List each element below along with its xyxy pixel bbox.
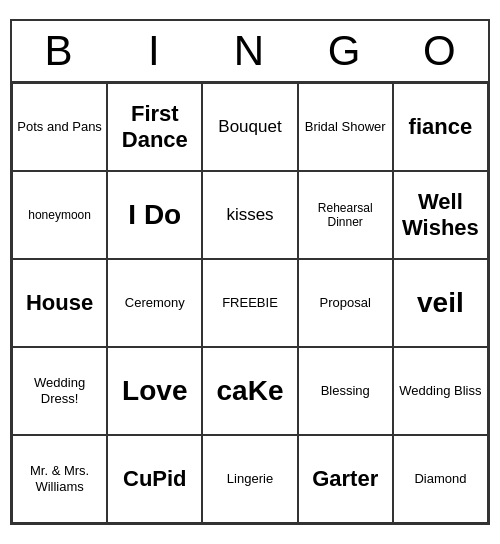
bingo-cell: Lingerie bbox=[202, 435, 297, 523]
bingo-cell: Mr. & Mrs. Williams bbox=[12, 435, 107, 523]
bingo-cell: Bouquet bbox=[202, 83, 297, 171]
bingo-cell: Well Wishes bbox=[393, 171, 488, 259]
bingo-cell: Pots and Pans bbox=[12, 83, 107, 171]
bingo-cell: I Do bbox=[107, 171, 202, 259]
bingo-cell: Blessing bbox=[298, 347, 393, 435]
bingo-cell: CuPid bbox=[107, 435, 202, 523]
bingo-grid: Pots and PansFirst DanceBouquetBridal Sh… bbox=[12, 83, 488, 523]
bingo-cell: Wedding Bliss bbox=[393, 347, 488, 435]
header-letter-n: N bbox=[202, 21, 297, 81]
bingo-cell: Wedding Dress! bbox=[12, 347, 107, 435]
bingo-cell: Rehearsal Dinner bbox=[298, 171, 393, 259]
bingo-cell: Ceremony bbox=[107, 259, 202, 347]
bingo-cell: veil bbox=[393, 259, 488, 347]
header-letter-g: G bbox=[298, 21, 393, 81]
header-letter-b: B bbox=[12, 21, 107, 81]
bingo-cell: honeymoon bbox=[12, 171, 107, 259]
header-letter-o: O bbox=[393, 21, 488, 81]
bingo-header: BINGO bbox=[12, 21, 488, 83]
bingo-card: BINGO Pots and PansFirst DanceBouquetBri… bbox=[10, 19, 490, 525]
bingo-cell: caKe bbox=[202, 347, 297, 435]
bingo-cell: Bridal Shower bbox=[298, 83, 393, 171]
header-letter-i: I bbox=[107, 21, 202, 81]
bingo-cell: kisses bbox=[202, 171, 297, 259]
bingo-cell: fiance bbox=[393, 83, 488, 171]
bingo-cell: Proposal bbox=[298, 259, 393, 347]
bingo-cell: FREEBIE bbox=[202, 259, 297, 347]
bingo-cell: First Dance bbox=[107, 83, 202, 171]
bingo-cell: Garter bbox=[298, 435, 393, 523]
bingo-cell: House bbox=[12, 259, 107, 347]
bingo-cell: Love bbox=[107, 347, 202, 435]
bingo-cell: Diamond bbox=[393, 435, 488, 523]
